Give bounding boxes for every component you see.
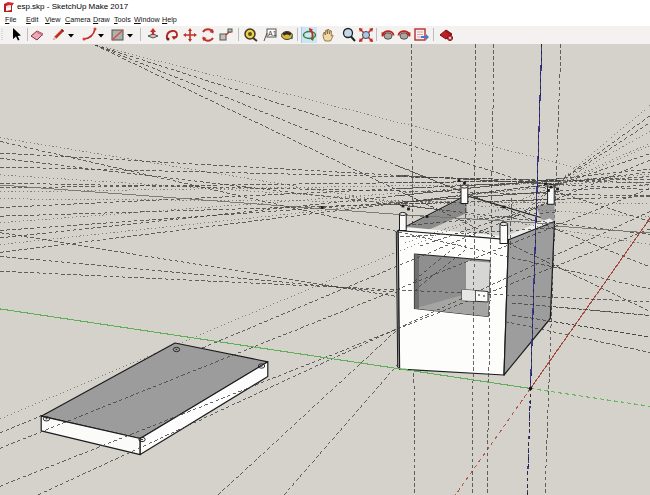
svg-text:A1: A1 <box>268 30 277 37</box>
